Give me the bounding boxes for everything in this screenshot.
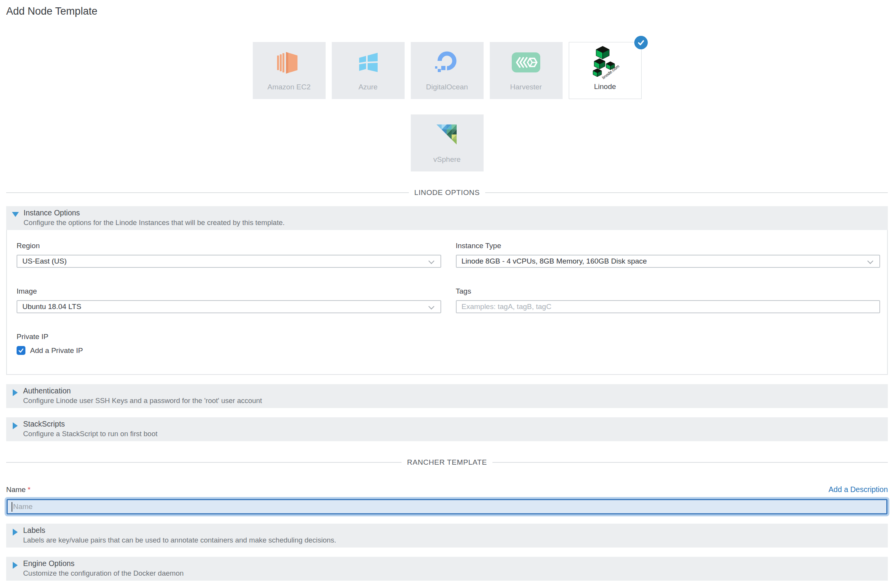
provider-card-label: Linode [594, 82, 616, 91]
provider-card-harvester[interactable]: Harvester [490, 42, 563, 99]
divider-label: RANCHER TEMPLATE [402, 458, 492, 467]
instance-options-body: Region US-East (US) Instance Type Linode… [6, 230, 888, 375]
private-ip-checkbox[interactable] [17, 346, 25, 355]
section-labels: Labels Labels are key/value pairs that c… [6, 524, 888, 548]
linode-options-divider: LINODE OPTIONS [6, 188, 888, 197]
section-authentication: Authentication Configure Linode user SSH… [6, 384, 888, 408]
triangle-right-icon [13, 422, 18, 429]
provider-card-label: Azure [358, 83, 378, 91]
triangle-right-icon [13, 389, 18, 396]
image-select[interactable]: Ubuntu 18.04 LTS [17, 300, 441, 313]
page-title: Add Node Template [0, 0, 894, 17]
provider-cards-row-2: vSphere [0, 114, 894, 171]
add-description-link[interactable]: Add a Description [828, 485, 888, 494]
instance-type-select[interactable]: Linode 8GB - 4 vCPUs, 8GB Memory, 160GB … [456, 255, 881, 268]
tags-input[interactable] [456, 300, 881, 313]
image-field: Image Ubuntu 18.04 LTS [17, 287, 441, 313]
digitalocean-icon [411, 42, 484, 83]
private-ip-label: Private IP [17, 333, 880, 341]
provider-card-vsphere[interactable]: vSphere [411, 114, 484, 171]
region-field: Region US-East (US) [17, 242, 441, 268]
section-stackscripts: StackScripts Configure a StackScript to … [6, 417, 888, 441]
labels-header[interactable]: Labels Labels are key/value pairs that c… [6, 524, 888, 548]
amazon-ec2-icon [253, 42, 326, 83]
provider-card-label: vSphere [434, 155, 461, 164]
divider-label: LINODE OPTIONS [409, 188, 485, 197]
rancher-template-divider: RANCHER TEMPLATE [6, 458, 888, 467]
section-title: Instance Options [24, 208, 285, 217]
section-title: Engine Options [23, 559, 183, 568]
private-ip-field: Private IP Add a Private IP [17, 333, 880, 355]
private-ip-checkbox-label[interactable]: Add a Private IP [30, 346, 83, 355]
authentication-header[interactable]: Authentication Configure Linode user SSH… [6, 384, 888, 408]
chevron-down-icon [428, 258, 434, 264]
harvester-icon [490, 42, 563, 83]
tags-label: Tags [456, 287, 881, 296]
linode-icon: linode.com [569, 42, 641, 82]
check-icon [637, 39, 645, 47]
provider-cards: Amazon EC2 Azure [0, 42, 894, 171]
chevron-down-icon [428, 304, 434, 310]
section-subtitle: Configure the options for the Linode Ins… [24, 218, 285, 227]
section-title: Labels [23, 526, 336, 535]
section-subtitle: Labels are key/value pairs that can be u… [23, 536, 336, 544]
instance-type-label: Instance Type [456, 242, 881, 250]
provider-card-digitalocean[interactable]: DigitalOcean [411, 42, 484, 99]
section-engine-options: Engine Options Customize the configurati… [6, 557, 888, 581]
required-asterisk: * [28, 486, 30, 494]
name-label: Name [6, 486, 26, 494]
divider-line [485, 192, 888, 193]
triangle-right-icon [13, 529, 18, 536]
selected-check-badge [634, 36, 648, 49]
provider-cards-row-1: Amazon EC2 Azure [0, 42, 894, 99]
azure-icon [332, 42, 405, 83]
provider-card-amazon-ec2[interactable]: Amazon EC2 [253, 42, 326, 99]
section-title: Authentication [23, 386, 262, 395]
chevron-down-icon [867, 258, 874, 264]
divider-line [6, 462, 402, 463]
stackscripts-header[interactable]: StackScripts Configure a StackScript to … [6, 417, 888, 441]
section-subtitle: Configure Linode user SSH Keys and a pas… [23, 396, 262, 405]
divider-line [6, 192, 409, 193]
text-caret [12, 502, 12, 512]
image-select-value: Ubuntu 18.04 LTS [22, 302, 81, 311]
region-select[interactable]: US-East (US) [17, 255, 441, 268]
provider-card-azure[interactable]: Azure [332, 42, 405, 99]
region-select-value: US-East (US) [22, 257, 67, 265]
triangle-down-icon [12, 212, 19, 217]
name-input[interactable] [7, 499, 887, 514]
provider-card-label: Harvester [510, 83, 542, 91]
region-label: Region [17, 242, 441, 250]
vsphere-icon [411, 114, 484, 155]
instance-type-select-value: Linode 8GB - 4 vCPUs, 8GB Memory, 160GB … [462, 257, 647, 265]
instance-options-header[interactable]: Instance Options Configure the options f… [6, 206, 888, 230]
check-icon [18, 348, 24, 353]
provider-card-label: DigitalOcean [426, 83, 468, 91]
section-title: StackScripts [23, 420, 158, 428]
divider-line [492, 462, 888, 463]
image-label: Image [17, 287, 441, 296]
section-subtitle: Customize the configuration of the Docke… [23, 569, 183, 578]
provider-card-label: Amazon EC2 [267, 83, 311, 91]
section-instance-options: Instance Options Configure the options f… [6, 206, 888, 375]
triangle-right-icon [13, 562, 18, 569]
name-input-wrap [7, 499, 887, 514]
engine-options-header[interactable]: Engine Options Customize the configurati… [6, 557, 888, 581]
section-subtitle: Configure a StackScript to run on first … [23, 430, 158, 438]
tags-field: Tags [456, 287, 881, 313]
name-row: Name* Add a Description [6, 485, 888, 494]
instance-type-field: Instance Type Linode 8GB - 4 vCPUs, 8GB … [456, 242, 881, 268]
provider-card-linode[interactable]: linode.com Linode [569, 42, 642, 99]
